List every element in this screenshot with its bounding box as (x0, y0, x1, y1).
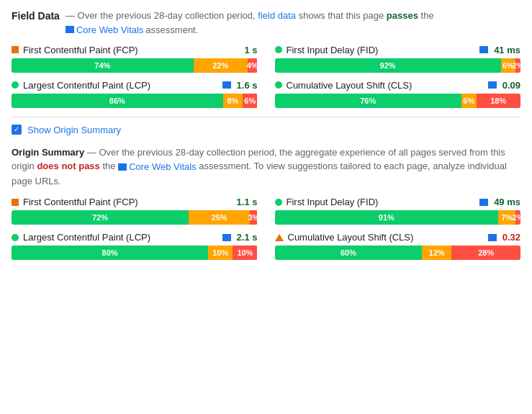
field-data-description: — Over the previous 28-day collection pe… (66, 9, 520, 37)
show-origin-row: ✓ Show Origin Summary (12, 125, 520, 135)
metric-flag-icon (488, 81, 497, 89)
metric-flag-icon (222, 81, 231, 89)
field-data-desc-after: the (421, 10, 434, 21)
bar-segment-2: 4% (248, 58, 258, 73)
origin-desc-after1: the (102, 161, 115, 171)
cwv-after: assessment. (145, 23, 198, 37)
metric-bar-lcp2: 80%10%10% (12, 246, 258, 260)
metric-bar-cls2: 60%12%28% (275, 246, 521, 260)
bar-segment-1: 22% (194, 58, 248, 73)
metric-header-fcp2: First Contentful Paint (FCP)1.1 s (12, 197, 258, 207)
metric-value-fid: 41 ms (494, 45, 520, 55)
show-origin-label[interactable]: Show Origin Summary (27, 125, 121, 135)
bar-segment-2: 6% (243, 94, 257, 108)
metric-value-cls: 0.09 (502, 80, 520, 91)
metric-item-fcp2: First Contentful Paint (FCP)1.1 s72%25%3… (12, 197, 258, 225)
metric-item-fid: First Input Delay (FID)41 ms92%6%2% (275, 45, 521, 73)
field-metrics-grid: First Contentful Paint (FCP)1 s74%22%4%F… (12, 45, 520, 108)
bar-segment-1: 8% (223, 94, 243, 108)
metric-header-fcp: First Contentful Paint (FCP)1 s (12, 45, 258, 55)
cwv-link[interactable]: Core Web Vitals (76, 23, 143, 37)
metric-name-cls: Cumulative Layout Shift (CLS) (287, 80, 485, 91)
metric-triangle-icon (275, 234, 284, 241)
metric-bar-cls: 76%6%18% (275, 94, 521, 108)
bar-segment-1: 12% (422, 246, 451, 260)
metric-name-lcp2: Largest Contentful Paint (LCP) (23, 232, 220, 243)
metric-header-lcp: Largest Contentful Paint (LCP)1.6 s (12, 80, 258, 91)
metric-item-fcp: First Contentful Paint (FCP)1 s74%22%4% (12, 45, 258, 73)
metric-bar-fid2: 91%7%2% (275, 210, 521, 225)
metric-dot-icon (275, 199, 282, 206)
metric-name-cls2: Cumulative Layout Shift (CLS) (288, 232, 485, 243)
origin-summary-title: Origin Summary (12, 147, 84, 158)
metric-value-fcp2: 1.1 s (237, 197, 258, 207)
origin-status: does not pass (37, 161, 99, 171)
bar-segment-0: 76% (275, 94, 462, 108)
metric-dot-icon (275, 81, 282, 89)
metric-bar-fcp: 74%22%4% (12, 58, 258, 73)
metric-header-fid: First Input Delay (FID)41 ms (275, 45, 521, 55)
metric-name-fid: First Input Delay (FID) (287, 45, 477, 55)
field-data-section: Field Data — Over the previous 28-day co… (12, 9, 520, 108)
field-data-link[interactable]: field data (258, 10, 296, 21)
metric-square-icon (12, 199, 19, 206)
metric-header-cls2: Cumulative Layout Shift (CLS)0.32 (275, 232, 521, 243)
metric-item-cls: Cumulative Layout Shift (CLS)0.0976%6%18… (275, 80, 521, 108)
metric-name-lcp: Largest Contentful Paint (LCP) (23, 80, 220, 91)
origin-summary-header: Origin Summary — Over the previous 28-da… (12, 145, 520, 188)
metric-name-fcp2: First Contentful Paint (FCP) (23, 197, 231, 207)
metric-flag-icon (479, 199, 488, 206)
bar-segment-0: 80% (12, 246, 208, 260)
metric-name-fcp: First Contentful Paint (FCP) (23, 45, 238, 55)
bar-segment-0: 74% (12, 58, 194, 73)
metric-bar-fcp2: 72%25%3% (12, 210, 258, 225)
bar-segment-2: 2% (515, 58, 520, 73)
metric-value-lcp2: 2.1 s (237, 232, 258, 243)
metric-dot-icon (275, 46, 282, 53)
field-data-status: passes (387, 10, 418, 21)
metric-item-fid2: First Input Delay (FID)49 ms91%7%2% (275, 197, 521, 225)
metric-flag-icon (479, 46, 488, 53)
metric-header-cls: Cumulative Layout Shift (CLS)0.09 (275, 80, 521, 91)
bar-segment-0: 72% (12, 210, 189, 225)
metric-value-fid2: 49 ms (494, 197, 520, 207)
origin-cwv-flag-icon (118, 163, 127, 171)
metric-item-cls2: Cumulative Layout Shift (CLS)0.3260%12%2… (275, 232, 521, 260)
bar-segment-0: 86% (12, 94, 223, 108)
bar-segment-1: 25% (189, 210, 250, 225)
bar-segment-1: 6% (461, 94, 476, 108)
metric-dot-icon (12, 81, 19, 89)
divider-1 (12, 117, 520, 117)
metric-flag-icon (488, 234, 497, 241)
bar-segment-2: 2% (515, 210, 520, 225)
origin-metrics-grid: First Contentful Paint (FCP)1.1 s72%25%3… (12, 197, 520, 260)
metric-value-cls2: 0.32 (502, 232, 520, 243)
origin-cwv-link[interactable]: Core Web Vitals (129, 160, 196, 174)
metric-value-fcp: 1 s (244, 45, 257, 55)
bar-segment-0: 60% (275, 246, 423, 260)
metric-flag-icon (222, 234, 231, 241)
bar-segment-0: 92% (275, 58, 501, 73)
metric-item-lcp: Largest Contentful Paint (LCP)1.6 s86%8%… (12, 80, 258, 108)
metric-item-lcp2: Largest Contentful Paint (LCP)2.1 s80%10… (12, 232, 258, 260)
origin-summary-section: Origin Summary — Over the previous 28-da… (12, 145, 520, 260)
bar-segment-1: 10% (208, 246, 233, 260)
bar-segment-2: 18% (477, 94, 520, 108)
metric-bar-fid: 92%6%2% (275, 58, 521, 73)
field-data-desc-before: — Over the previous 28-day collection pe… (66, 10, 256, 21)
checkmark-icon: ✓ (14, 126, 19, 133)
bar-segment-2: 28% (451, 246, 520, 260)
metric-square-icon (12, 46, 19, 53)
field-data-header: Field Data — Over the previous 28-day co… (12, 9, 520, 37)
bar-segment-2: 3% (250, 210, 257, 225)
metric-dot-icon (12, 234, 19, 241)
metric-name-fid2: First Input Delay (FID) (287, 197, 477, 207)
metric-header-lcp2: Largest Contentful Paint (LCP)2.1 s (12, 232, 258, 243)
show-origin-checkbox[interactable]: ✓ (12, 125, 22, 135)
field-data-desc-middle: shows that this page (299, 10, 384, 21)
field-data-title: Field Data (12, 9, 60, 24)
cwv-flag-icon (66, 26, 74, 33)
metric-bar-lcp: 86%8%6% (12, 94, 258, 108)
bar-segment-0: 91% (275, 210, 499, 225)
bar-segment-2: 10% (233, 246, 257, 260)
